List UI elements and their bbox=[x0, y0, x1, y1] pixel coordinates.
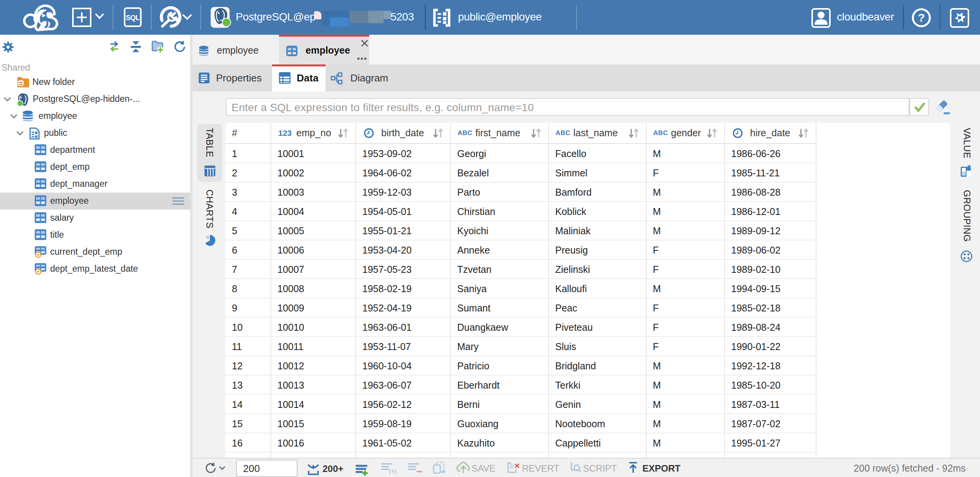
svg-text:?: ? bbox=[918, 11, 925, 24]
svg-text:SQL: SQL bbox=[126, 14, 140, 22]
svg-text:(+): (+) bbox=[389, 468, 396, 474]
